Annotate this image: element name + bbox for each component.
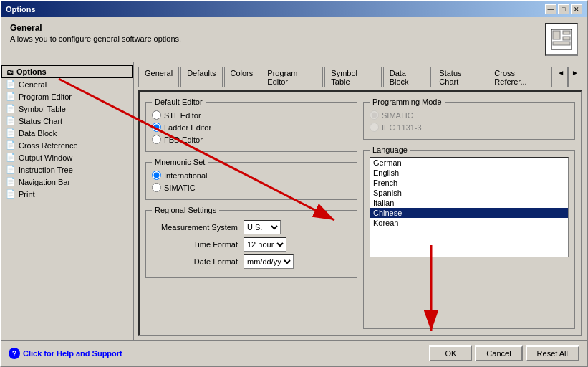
right-column: Programming Mode SIMATIC IEC 1131-3 Lang…: [363, 97, 575, 329]
tab-defaults[interactable]: Defaults: [180, 67, 222, 87]
time-format-select[interactable]: 12 hour 24 hour: [244, 237, 286, 252]
panel-body: Default Editor STL Editor Ladder Editor …: [138, 90, 582, 336]
tab-program-editor[interactable]: Program Editor: [261, 67, 323, 87]
svg-rect-4: [553, 42, 570, 45]
language-korean[interactable]: Korean: [370, 218, 568, 228]
reset-all-button[interactable]: Reset All: [526, 345, 579, 361]
doc-icon-symbol-table: 📄: [6, 104, 16, 113]
mnemonic-set-group: Mnemonic Set International SIMATIC: [145, 158, 357, 200]
sidebar-label-print: Print: [19, 190, 35, 199]
stl-editor-radio-item: STL Editor: [152, 109, 351, 121]
sidebar-label-data-block: Data Block: [19, 129, 57, 138]
simatic-mode-label: SIMATIC: [382, 111, 413, 120]
international-label: International: [164, 171, 208, 180]
tab-scroll-left[interactable]: ◄: [554, 67, 568, 87]
tab-general[interactable]: General: [138, 67, 179, 87]
language-italian[interactable]: Italian: [370, 198, 568, 208]
sidebar-item-navigation-bar[interactable]: 📄 Navigation Bar: [1, 176, 133, 188]
sidebar-item-data-block[interactable]: 📄 Data Block: [1, 127, 133, 139]
sidebar-item-status-chart[interactable]: 📄 Status Chart: [1, 115, 133, 127]
simatic-mode-radio: [370, 110, 379, 120]
tab-cross-reference[interactable]: Cross Referer...: [488, 67, 552, 87]
svg-rect-2: [563, 31, 570, 34]
language-chinese[interactable]: Chinese: [370, 208, 568, 218]
language-group: Language German English French Spanish I…: [363, 146, 575, 329]
measurement-row: Measurement System U.S. Metric: [152, 220, 351, 234]
tab-status-chart[interactable]: Status Chart: [433, 67, 486, 87]
close-button[interactable]: ✕: [571, 4, 582, 14]
sidebar-item-program-editor[interactable]: 📄 Program Editor: [1, 90, 133, 103]
tab-data-block[interactable]: Data Block: [383, 67, 432, 87]
stl-editor-label: STL Editor: [164, 111, 201, 120]
bottom-bar: ? Click for Help and Support OK Cancel R…: [1, 340, 587, 366]
international-radio-item: International: [152, 169, 351, 181]
sidebar-label-output-window: Output Window: [19, 153, 72, 162]
simatic-label: SIMATIC: [164, 184, 196, 192]
language-spanish[interactable]: Spanish: [370, 188, 568, 198]
sidebar-label-instruction-tree: Instruction Tree: [19, 166, 73, 174]
sidebar-header[interactable]: 🗂 Options: [1, 65, 133, 78]
header-title: General: [10, 23, 181, 33]
options-window: Options — □ ✕ General Allows you to conf…: [0, 0, 588, 367]
programming-mode-legend: Programming Mode: [370, 97, 445, 106]
title-bar-controls: — □ ✕: [545, 4, 582, 14]
ladder-editor-radio[interactable]: [152, 123, 161, 132]
help-link[interactable]: ? Click for Help and Support: [9, 348, 122, 359]
language-german[interactable]: German: [370, 158, 568, 168]
sidebar-label-general: General: [19, 80, 47, 89]
doc-icon-status-chart: 📄: [6, 116, 16, 125]
header-text: General Allows you to configure general …: [10, 23, 181, 43]
minimize-button[interactable]: —: [545, 4, 556, 14]
cancel-button[interactable]: Cancel: [475, 345, 522, 361]
language-english[interactable]: English: [370, 168, 568, 178]
time-format-label: Time Format: [152, 240, 238, 249]
title-bar: Options — □ ✕: [1, 1, 587, 17]
simatic-radio[interactable]: [152, 183, 161, 192]
date-format-row: Date Format mm/dd/yy dd/mm/yy: [152, 254, 351, 269]
doc-icon-data-block: 📄: [6, 128, 16, 138]
maximize-button[interactable]: □: [558, 4, 569, 14]
mnemonic-set-legend: Mnemonic Set: [152, 158, 208, 166]
language-list[interactable]: German English French Spanish Italian Ch…: [370, 157, 569, 257]
sidebar-item-symbol-table[interactable]: 📄 Symbol Table: [1, 103, 133, 115]
sidebar-label-navigation-bar: Navigation Bar: [19, 178, 70, 186]
time-format-row: Time Format 12 hour 24 hour: [152, 237, 351, 252]
window-title: Options: [6, 5, 36, 14]
iec-mode-radio: [370, 123, 379, 132]
btn-group: OK Cancel Reset All: [429, 345, 579, 361]
doc-icon-print: 📄: [6, 189, 16, 199]
sidebar-icon: 🗂: [6, 68, 14, 76]
fbd-editor-label: FBD Editor: [164, 135, 203, 144]
doc-icon-output-window: 📄: [6, 153, 16, 162]
sidebar-item-instruction-tree[interactable]: 📄 Instruction Tree: [1, 163, 133, 176]
sidebar-item-cross-reference[interactable]: 📄 Cross Reference: [1, 139, 133, 151]
fbd-editor-radio[interactable]: [152, 135, 161, 144]
iec-mode-radio-item: IEC 1131-3: [370, 121, 569, 133]
tab-scroll-right[interactable]: ►: [568, 67, 582, 87]
sidebar: 🗂 Options 📄 General 📄 Program Editor 📄 S…: [1, 62, 134, 340]
date-format-select[interactable]: mm/dd/yy dd/mm/yy: [244, 254, 294, 269]
right-panel: General Defaults Colors Program Editor S…: [134, 62, 587, 340]
ladder-editor-radio-item: Ladder Editor: [152, 121, 351, 133]
svg-rect-1: [553, 31, 560, 39]
sidebar-item-general[interactable]: 📄 General: [1, 78, 133, 90]
header-subtitle: Allows you to configure general software…: [10, 34, 181, 43]
help-label: Click for Help and Support: [23, 349, 122, 358]
sidebar-item-print[interactable]: 📄 Print: [1, 188, 133, 200]
ok-button[interactable]: OK: [429, 345, 472, 361]
left-column: Default Editor STL Editor Ladder Editor …: [145, 97, 357, 329]
sidebar-label-cross-reference: Cross Reference: [19, 141, 78, 150]
regional-settings-legend: Regional Settings: [152, 206, 219, 214]
simatic-radio-item: SIMATIC: [152, 181, 351, 194]
stl-editor-radio[interactable]: [152, 110, 161, 120]
programming-mode-group: Programming Mode SIMATIC IEC 1131-3: [363, 97, 575, 140]
language-french[interactable]: French: [370, 178, 568, 188]
sidebar-label-symbol-table: Symbol Table: [19, 105, 66, 113]
international-radio[interactable]: [152, 171, 161, 180]
tab-symbol-table[interactable]: Symbol Table: [324, 67, 381, 87]
tab-colors[interactable]: Colors: [224, 67, 260, 87]
header-section: General Allows you to configure general …: [1, 17, 587, 62]
measurement-select[interactable]: U.S. Metric: [244, 220, 281, 234]
sidebar-item-output-window[interactable]: 📄 Output Window: [1, 151, 133, 163]
help-icon: ?: [9, 348, 20, 359]
